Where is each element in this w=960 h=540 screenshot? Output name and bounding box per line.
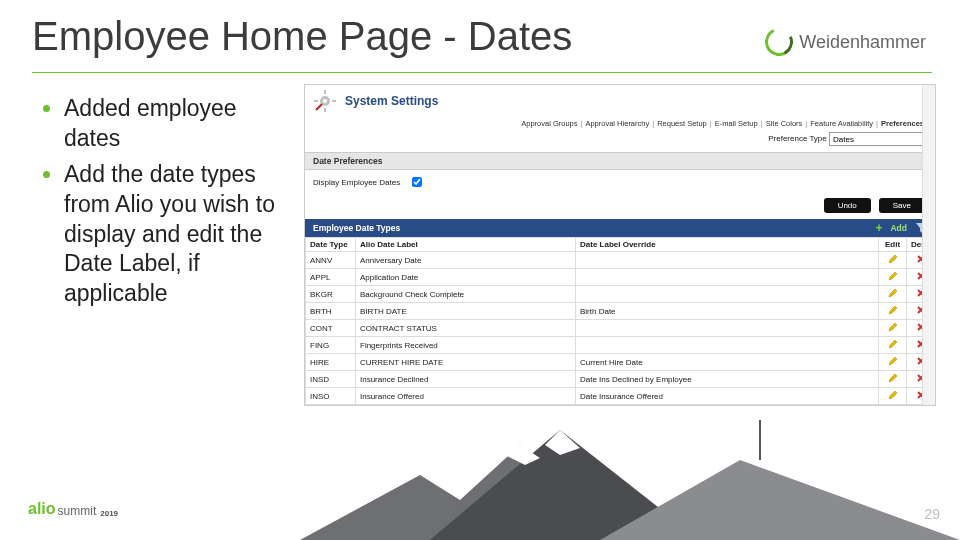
pencil-icon[interactable] [888,305,898,315]
panel-header: System Settings [305,85,935,117]
tab-separator: | [710,119,712,128]
pencil-icon[interactable] [888,288,898,298]
col-date-type: Date Type [306,238,356,252]
cell-alio-label: Anniversary Date [356,252,576,269]
date-preferences-section: Date Preferences [305,152,935,170]
cell-override [576,286,879,303]
col-edit: Edit [879,238,907,252]
scrollbar[interactable] [922,85,935,405]
cell-date-type: FING [306,337,356,354]
cell-alio-label: Insurance Declined [356,371,576,388]
footer-word1: alio [28,500,56,518]
cell-override: Current Hire Date [576,354,879,371]
cell-alio-label: ORIGINAL HIRE DATE [356,405,576,407]
date-types-title: Employee Date Types [313,223,400,233]
bullet-item: Added employee dates [64,94,287,154]
brand-logo: Weidenhammer [765,28,926,56]
tab-approval-groups[interactable]: Approval Groups [521,119,577,128]
table-row: INSOInsurance OfferedDate Insurance Offe… [306,388,935,405]
page-number: 29 [924,506,940,522]
cell-alio-label: Application Date [356,269,576,286]
cell-date-type: ORIG [306,405,356,407]
preference-type-row: Preference Type [305,130,935,152]
mountains-decoration [0,420,960,540]
undo-button[interactable]: Undo [824,198,871,213]
slide: Employee Home Page - Dates Weidenhammer … [0,0,960,540]
cell-date-type: CONT [306,320,356,337]
system-settings-panel: System Settings Approval Groups|Approval… [304,84,936,406]
tab-request-setup[interactable]: Request Setup [657,119,707,128]
preference-type-label: Preference Type [768,134,827,143]
cell-date-type: INSO [306,388,356,405]
tab-feature-availability[interactable]: Feature Availability [810,119,873,128]
tabs-bar: Approval Groups|Approval Hierarchy|Reque… [305,117,935,130]
title-rule [32,72,932,73]
bullet-list: Added employee datesAdd the date types f… [42,94,287,315]
cell-override: Date Ins Declined by Employee [576,371,879,388]
table-header-row: Date Type Alio Date Label Date Label Ove… [306,238,935,252]
cell-date-type: BRTH [306,303,356,320]
cell-date-type: HIRE [306,354,356,371]
footer-word2: summit [58,504,97,518]
svg-rect-6 [332,100,336,102]
tab-site-colors[interactable]: Site Colors [766,119,803,128]
date-types-table: Date Type Alio Date Label Date Label Ove… [305,237,935,406]
preference-type-input[interactable] [829,132,927,146]
pencil-icon[interactable] [888,254,898,264]
display-employee-dates-checkbox[interactable] [412,177,422,187]
pencil-icon[interactable] [888,356,898,366]
pencil-icon[interactable] [888,373,898,383]
tab-separator: | [652,119,654,128]
cell-date-type: APPL [306,269,356,286]
table-row: BRTHBIRTH DATEBirth Date [306,303,935,320]
cell-date-type: ANNV [306,252,356,269]
plus-icon: + [875,222,882,234]
cell-override [576,337,879,354]
tab-approval-hierarchy[interactable]: Approval Hierarchy [585,119,649,128]
table-row: INSDInsurance DeclinedDate Ins Declined … [306,371,935,388]
col-override: Date Label Override [576,238,879,252]
pencil-icon[interactable] [888,390,898,400]
cell-override [576,252,879,269]
pencil-icon[interactable] [888,322,898,332]
table-row: ORIGORIGINAL HIRE DATEOriginal Hire Date [306,405,935,407]
table-row: HIRECURRENT HIRE DATECurrent Hire Date [306,354,935,371]
cell-override [576,269,879,286]
add-button[interactable]: Add [890,223,907,233]
tab-separator: | [805,119,807,128]
brand-name: Weidenhammer [799,32,926,53]
footer-year: 2019 [100,509,118,518]
cell-alio-label: CONTRACT STATUS [356,320,576,337]
svg-rect-4 [324,108,326,112]
table-row: BKGRBackground Check Complete [306,286,935,303]
footer-logo: aliosummit 2019 [28,500,118,518]
cell-alio-label: BIRTH DATE [356,303,576,320]
date-types-titlebar: Employee Date Types + Add [305,219,935,237]
cell-alio-label: Fingerprints Received [356,337,576,354]
tab-preferences[interactable]: Preferences [881,119,924,128]
svg-rect-5 [314,100,318,102]
cell-date-type: INSD [306,371,356,388]
pencil-icon[interactable] [888,271,898,281]
pencil-icon[interactable] [888,339,898,349]
svg-line-2 [316,104,322,110]
table-row: APPLApplication Date [306,269,935,286]
table-row: CONTCONTRACT STATUS [306,320,935,337]
tab-separator: | [580,119,582,128]
svg-point-1 [323,99,327,103]
cell-override [576,320,879,337]
gear-icon [313,89,337,113]
slide-title: Employee Home Page - Dates [32,14,572,59]
table-row: ANNVAnniversary Date [306,252,935,269]
tab-e-mail-setup[interactable]: E-mail Setup [715,119,758,128]
svg-rect-3 [324,90,326,94]
tab-separator: | [761,119,763,128]
save-button[interactable]: Save [879,198,925,213]
button-row: Undo Save [305,194,935,219]
cell-alio-label: CURRENT HIRE DATE [356,354,576,371]
cell-override: Original Hire Date [576,405,879,407]
display-employee-dates-row: Display Employee Dates [305,170,935,194]
tab-separator: | [876,119,878,128]
cell-date-type: BKGR [306,286,356,303]
panel-title: System Settings [345,94,438,108]
